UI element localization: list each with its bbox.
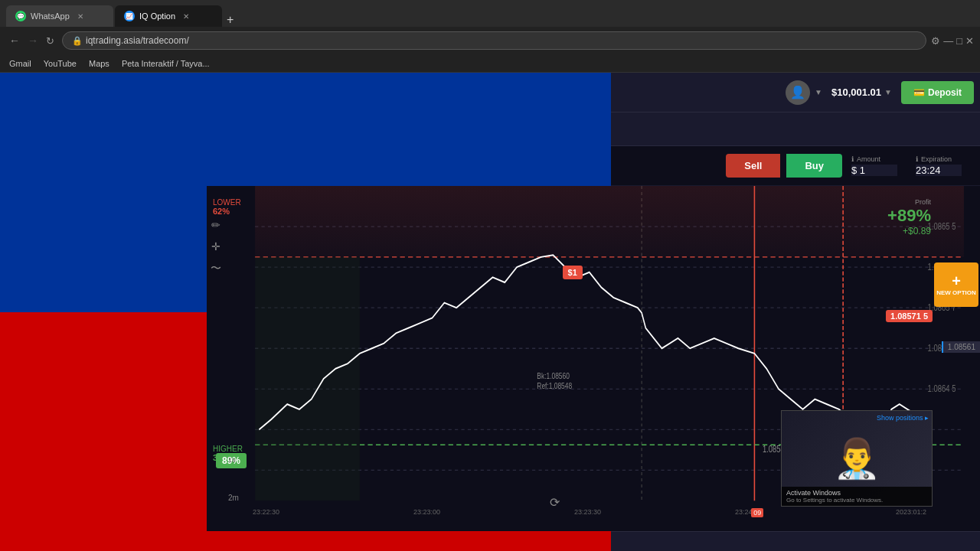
address-bar: ← → ↻ 🔒 iqtrading.asia/tradecoom/ ⚙ — □ … (0, 27, 980, 54)
show-positions[interactable]: Show positions ▸ (877, 414, 929, 422)
price-axis-1: 1s (228, 456, 236, 464)
lock-icon: 🔒 (72, 36, 83, 46)
nav-buttons: ← → ↻ (6, 33, 57, 48)
price-tag: 1.08571 5 (886, 310, 933, 322)
new-tab-button[interactable]: + (224, 13, 237, 27)
chart-canvas: LOWER 62% HIGHER 38% Profit +89% +$0.89 … (207, 186, 980, 531)
svg-text:1.0864 5: 1.0864 5 (928, 383, 956, 393)
new-option-plus-icon: + (952, 273, 961, 289)
activate-settings-text: Go to Settings to activate Windows. (786, 497, 927, 504)
minimize-button[interactable]: — (943, 35, 953, 47)
buy-button[interactable]: Buy (786, 154, 842, 178)
lower-label: LOWER 62% (213, 198, 241, 216)
user-avatar: 👤 (786, 80, 810, 105)
chart-crosshair-tool[interactable]: ✛ (208, 238, 224, 255)
main-chart-area: ✕ 09 EUR/USD Digital +$0.89 ✕ EUR/JPY Di… (207, 73, 980, 551)
new-option-button[interactable]: + NEW OPTION (934, 262, 978, 307)
svg-rect-12 (255, 186, 964, 257)
balance-dropdown-icon: ▼ (884, 88, 892, 96)
timeframe-label: 2m (228, 494, 239, 502)
expiry-section: ℹ Expiration (906, 155, 971, 176)
svg-text:Ref:1.08548: Ref:1.08548 (537, 381, 572, 390)
browser-actions: ⚙ — □ ✕ (931, 35, 974, 47)
dropdown-arrow-icon: ▼ (815, 88, 822, 96)
chart-info-bar: EUR/USD ▼ Binary ℹ Info 🔔 ⭐ (207, 112, 980, 146)
chart-left-tools: ✏ ✛ 〜 (208, 217, 224, 278)
tab-iqoption-close[interactable]: ✕ (183, 12, 189, 21)
deposit-icon: 💳 (913, 87, 925, 98)
amount-section: ℹ Amount (842, 155, 906, 176)
eurusd-chart-flag (216, 121, 233, 138)
sell-button[interactable]: Sell (726, 154, 780, 178)
bookmarks-bar: Gmail YouTube Maps Peta Interaktif / Tay… (0, 54, 980, 73)
maximize-button[interactable]: □ (956, 35, 962, 47)
bookmark-maps[interactable]: Maps (89, 59, 109, 68)
svg-text:1.0865 5: 1.0865 5 (928, 221, 956, 231)
chart-wave-tool[interactable]: 〜 (208, 259, 224, 278)
profit-pct: +89% (887, 206, 931, 226)
refresh-button[interactable]: ↻ (43, 33, 57, 48)
profit-display: Profit +89% +$0.89 (887, 198, 931, 236)
current-price-indicator: 1.08561 (942, 341, 980, 353)
chart-pencil-tool[interactable]: ✏ (208, 217, 224, 233)
activate-windows-text: Activate Windows (786, 489, 927, 497)
chart-refresh-button[interactable]: ⟳ (550, 495, 560, 510)
expiry-label: Expiration (921, 155, 952, 163)
back-button[interactable]: ← (6, 33, 23, 48)
bookmark-peta[interactable]: Peta Interaktif / Tayva... (122, 59, 210, 68)
lower-pct: 62% (213, 207, 241, 216)
tab-whatsapp[interactable]: 💬 WhatsApp ✕ (6, 5, 113, 27)
forward-button[interactable]: → (24, 33, 41, 48)
activate-windows-banner[interactable]: Activate Windows Go to Settings to activ… (782, 487, 932, 506)
amount-info-icon: ℹ (851, 155, 854, 163)
deposit-label: Deposit (928, 87, 962, 98)
balance-section[interactable]: $10,001.01 ▼ (831, 86, 892, 98)
expiry-info-icon: ℹ (916, 155, 918, 163)
svg-rect-13 (255, 257, 360, 500)
url-bar[interactable]: 🔒 iqtrading.asia/tradecoom/ (62, 31, 926, 50)
video-overlay: 👨‍⚕️ Activate Windows Go to Settings to … (781, 410, 933, 507)
new-option-label: NEW OPTION (936, 290, 976, 297)
lower-text: LOWER (213, 198, 241, 207)
tab-whatsapp-close[interactable]: ✕ (77, 12, 83, 21)
higher-text: HIGHER (213, 445, 243, 453)
expiry-input[interactable] (916, 165, 962, 176)
time-marker-09: 09 (751, 508, 763, 517)
sell-buy-section: Sell Buy (726, 154, 842, 178)
bookmark-youtube[interactable]: YouTube (44, 59, 77, 68)
header-right: 👤 ▼ $10,001.01 ▼ 💳 Deposit (786, 80, 974, 105)
user-section[interactable]: 👤 ▼ (786, 80, 822, 105)
close-window-button[interactable]: ✕ (965, 35, 974, 47)
tab-iqoption-label: IQ Option (139, 11, 175, 21)
amount-input[interactable] (851, 165, 897, 176)
svg-text:Bk:1.08560: Bk:1.08560 (537, 371, 570, 380)
tab-whatsapp-label: WhatsApp (31, 11, 70, 21)
time-axis: 23:22:30 23:23:00 23:23:30 23:24:00 2023… (253, 508, 926, 516)
whatsapp-icon: 💬 (15, 11, 26, 21)
amount-label: Amount (857, 155, 880, 163)
pair-info: EUR/USD ▼ Binary (216, 121, 327, 138)
iqoption-icon: 📈 (124, 11, 135, 21)
url-text: iqtrading.asia/tradecoom/ (86, 35, 189, 46)
profit-label: Profit (915, 198, 931, 206)
extensions-button[interactable]: ⚙ (931, 35, 940, 47)
bookmark-gmail[interactable]: Gmail (9, 59, 31, 68)
profit-amount-display: +$0.89 (903, 226, 931, 236)
s1-badge: $1 (563, 266, 583, 279)
tab-iqoption[interactable]: 📈 IQ Option ✕ (115, 5, 222, 27)
deposit-button[interactable]: 💳 Deposit (901, 81, 974, 104)
balance-amount: $10,001.01 (831, 86, 881, 98)
browser-chrome: 💬 WhatsApp ✕ 📈 IQ Option ✕ + (0, 0, 980, 27)
main-app: iq option ⊞ 📊 TOTAL PORTFOLIO 📈 TRADING … (0, 73, 980, 551)
